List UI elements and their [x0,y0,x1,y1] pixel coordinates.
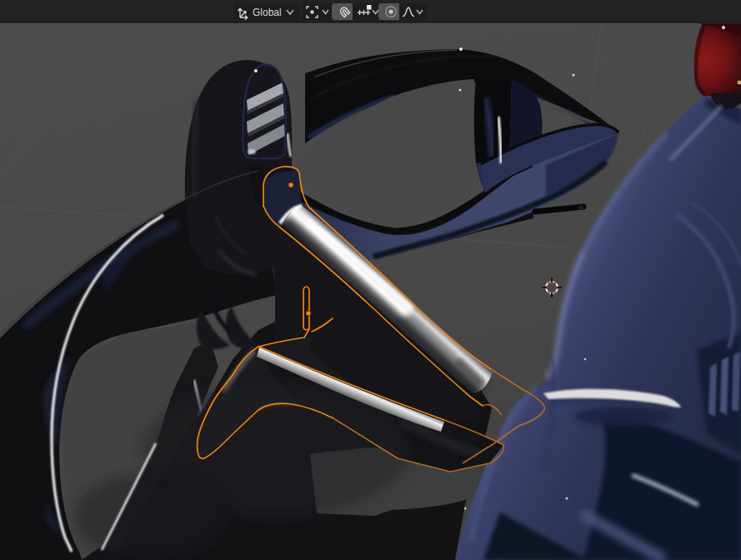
svg-text:Global: Global [253,7,282,18]
